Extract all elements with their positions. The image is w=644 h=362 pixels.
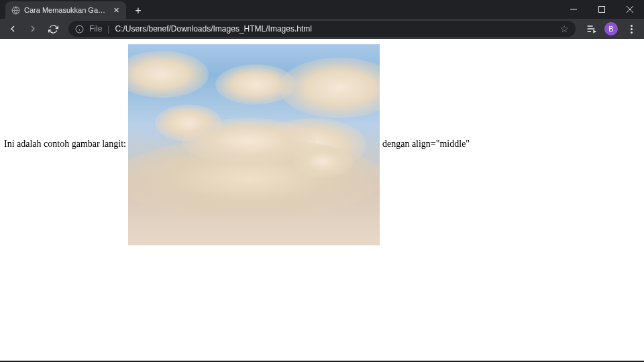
minimize-button[interactable]	[559, 0, 588, 19]
menu-button[interactable]	[623, 20, 640, 38]
profile-avatar[interactable]: B	[602, 20, 620, 38]
page-body: Ini adalah contoh gambar langit: dengan …	[4, 44, 640, 245]
reload-button[interactable]	[44, 20, 62, 38]
tabs-row: Cara Memasukkan Gambar di HT ✕ +	[0, 0, 146, 19]
maximize-button[interactable]	[588, 0, 616, 19]
kebab-icon	[631, 25, 633, 34]
url-path: C:/Users/benef/Downloads/Images_HTML/Ima…	[115, 24, 555, 34]
text-before-image: Ini adalah contoh gambar langit:	[4, 139, 128, 149]
info-icon[interactable]	[75, 25, 84, 34]
close-window-button[interactable]	[616, 0, 644, 19]
url-separator: |	[107, 24, 109, 34]
forward-button[interactable]	[24, 20, 42, 38]
text-after-image: dengan align="middle"	[380, 139, 470, 149]
avatar-initial: B	[604, 22, 618, 36]
back-button[interactable]	[4, 20, 21, 38]
svg-rect-2	[599, 7, 605, 13]
browser-toolbar: File | C:/Users/benef/Downloads/Images_H…	[0, 19, 644, 39]
page-content: Ini adalah contoh gambar langit: dengan …	[0, 39, 644, 362]
window-controls	[559, 0, 644, 19]
address-bar[interactable]: File | C:/Users/benef/Downloads/Images_H…	[68, 21, 576, 37]
tab-title: Cara Memasukkan Gambar di HT	[24, 6, 107, 14]
browser-tab[interactable]: Cara Memasukkan Gambar di HT ✕	[5, 1, 126, 19]
window-titlebar: Cara Memasukkan Gambar di HT ✕ +	[0, 0, 644, 19]
media-control-icon[interactable]	[582, 20, 600, 38]
sky-image	[128, 44, 380, 245]
close-icon[interactable]: ✕	[111, 5, 121, 15]
url-scheme: File	[89, 24, 102, 34]
bookmark-star-icon[interactable]: ☆	[560, 23, 569, 34]
new-tab-button[interactable]: +	[130, 3, 146, 19]
globe-icon	[11, 5, 20, 15]
